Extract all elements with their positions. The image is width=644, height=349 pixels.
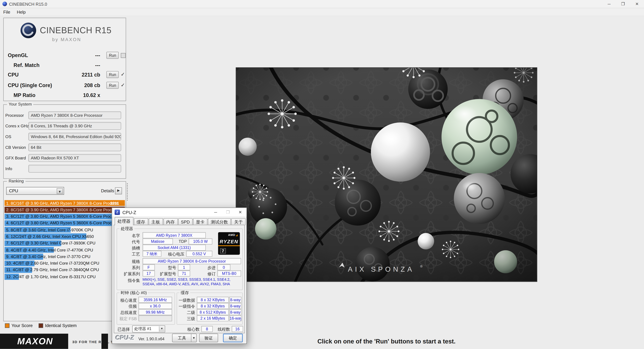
system-field-value (28, 165, 121, 173)
benchmark-row-cpu: CPU 2211 cb Run ✓ (4, 71, 126, 79)
maximize-button[interactable]: ❐ (616, 0, 630, 8)
ranking-row[interactable]: 2. 8C/16T @ 3.90 GHz, AMD Ryzen 7 3800X … (4, 206, 125, 213)
ranking-row-text: 1. 8C/16T @ 3.90 GHz, AMD Ryzen 7 3800X … (6, 201, 118, 205)
panel-splitter[interactable] (127, 183, 128, 200)
ranking-row[interactable]: 3. 6C/12T @ 3.80 GHz, AMD Ryzen 5 3600X … (4, 213, 125, 220)
benchmark-row-opengl: OpenGL --- Run (4, 52, 126, 59)
tab-关于[interactable]: 关于 (231, 218, 246, 225)
ranking-row[interactable]: 12. 2C/4T @ 1.70 GHz, Intel Core i5-3317… (4, 273, 125, 280)
tab-主板[interactable]: 主板 (148, 218, 163, 225)
legend-label: Your Score (12, 323, 33, 328)
cpuz-title-bar: Z CPU-Z ─ ❐ ✕ (112, 208, 246, 217)
ranking-legend: Your ScoreIdentical System (5, 323, 82, 328)
footer-accent-block (102, 334, 108, 349)
stepping-label: 步进 (191, 265, 216, 271)
minimize-button[interactable]: ─ (602, 0, 616, 8)
window-title: CINEBENCH R15.0 (9, 2, 47, 6)
tools-button-label: 工具 (178, 335, 186, 341)
mp-ratio-label: MP Ratio (14, 93, 36, 98)
tab-测试分数[interactable]: 测试分数 (208, 218, 231, 225)
menu-bar: FileHelp (0, 8, 644, 16)
model-field: 1 (178, 264, 190, 270)
processor-select-value: 处理器 #1 (134, 326, 152, 331)
name-label: 名字 (117, 233, 140, 239)
family-field: F (142, 264, 155, 270)
opengl-checkbox[interactable] (121, 53, 126, 58)
cpuz-close-button[interactable]: ✕ (234, 208, 246, 216)
tab-缓存[interactable]: 缓存 (134, 218, 148, 225)
tab-显卡[interactable]: 显卡 (193, 218, 208, 225)
ranking-row-text: 7. 6C/12T @ 3.30 GHz, Intel Core i7-3930… (6, 241, 96, 245)
cpu-value: 2211 cb (82, 72, 100, 78)
cpu-single-run-button[interactable]: Run (106, 82, 118, 89)
family-label: 系列 (117, 265, 140, 271)
processor-select[interactable]: 处理器 #1 ▼ (132, 325, 165, 332)
stepping-field: 0 (217, 264, 230, 270)
details-button[interactable]: ▶ (115, 187, 122, 194)
extfamily-field: 17 (142, 270, 155, 276)
clock-row-field (138, 315, 172, 321)
validate-button[interactable]: 验证 (199, 334, 218, 342)
system-row: CB Version64 Bit (4, 143, 125, 153)
ranking-row-text: 5. 8C/8T @ 3.60 GHz, Intel Core i7-9700K… (6, 227, 93, 232)
system-field-label: GFX Board (5, 156, 26, 160)
menu-file[interactable]: File (0, 10, 14, 14)
your-system-title: Your System (7, 102, 34, 106)
legend-item: Identical System (38, 323, 77, 328)
ranking-row[interactable]: 6. 12C/24T @ 2.66 GHz, Intel Xeon CPU X5… (4, 233, 125, 240)
ranking-row[interactable]: 8. 4C/8T @ 4.40 GHz, Intel Core i7-4770K… (4, 247, 125, 253)
system-row: OSWindows 8, 64 Bit, Professional Editio… (4, 132, 125, 143)
legend-item: Your Score (5, 323, 32, 328)
system-field-value: 64 Bit (28, 143, 121, 151)
opengl-label: OpenGL (8, 53, 28, 58)
clocks-group: 时钟 (核心 #0) 核心速度3599.16 MHz倍频x 36.0总线速度99… (117, 293, 175, 325)
cpu-run-button[interactable]: Run (106, 71, 118, 78)
cpu-label: CPU (8, 72, 19, 78)
legend-label: Identical System (45, 323, 77, 328)
revision-label: 修订 (191, 271, 216, 277)
opengl-run-button[interactable]: Run (106, 52, 118, 59)
cache-group-title: 缓存 (180, 290, 190, 296)
system-row: Info (4, 164, 125, 175)
status-message: Click on one of the 'Run' buttons to sta… (236, 338, 537, 345)
ranking-row[interactable]: 4. 6C/12T @ 3.80 GHz, AMD Ryzen 5 3600X … (4, 220, 125, 226)
ranking-list: 1. 8C/16T @ 3.90 GHz, AMD Ryzen 7 3800X … (4, 200, 125, 280)
ranking-row[interactable]: 9. 4C/8T @ 3.40 GHz, Intel Core i7-3770 … (4, 253, 125, 260)
ranking-row[interactable]: 10. 4C/8T @ 2.60 GHz, Intel Core i7-3720… (4, 260, 125, 267)
opengl-value: --- (95, 53, 100, 58)
amd-brand-text: AMD (228, 233, 238, 236)
tab-SPD[interactable]: SPD (178, 218, 193, 225)
tab-内存[interactable]: 内存 (163, 218, 178, 225)
cache-row-label: 一级指令 (177, 304, 195, 309)
system-field-value: AMD Radeon RX 5700 XT (28, 154, 121, 162)
tab-处理器[interactable]: 处理器 (114, 217, 133, 225)
tools-button[interactable]: 工具 ▼ (172, 334, 197, 342)
mp-ratio-value: 10.62 x (83, 93, 100, 98)
tdp-label: TDP (174, 239, 187, 244)
clock-row-label: 倍频 (117, 304, 137, 309)
cpuz-minimize-button[interactable]: ─ (210, 208, 222, 216)
legend-swatch (5, 323, 10, 328)
ranking-row[interactable]: 5. 8C/8T @ 3.60 GHz, Intel Core i7-9700K… (4, 226, 125, 233)
processor-group: 处理器 名字 AMD Ryzen 7 3800X AMD RYZEN 7 代号 … (117, 228, 243, 290)
benchmark-row-cpu-single: CPU (Single Core) 208 cb Run ✓ (4, 82, 126, 89)
cache-row-ways-field: 8-way (229, 297, 242, 303)
ranking-row[interactable]: 7. 6C/12T @ 3.30 GHz, Intel Core i7-3930… (4, 240, 125, 247)
cpu-single-label: CPU (Single Core) (8, 83, 52, 88)
render-viewport: AIX SPONZA ® (236, 68, 537, 281)
codename-label: 代号 (117, 239, 140, 245)
ranking-row[interactable]: 1. 8C/16T @ 3.90 GHz, AMD Ryzen 7 3800X … (4, 200, 125, 206)
chevron-down-icon[interactable]: ▼ (191, 334, 196, 342)
menu-help[interactable]: Help (14, 10, 29, 14)
cache-row-ways-field: 16-way (229, 315, 242, 321)
cpuz-tab-bar: 处理器缓存主板内存SPD显卡测试分数关于 (114, 217, 246, 225)
ranking-row[interactable]: 11. 4C/8T @ 2.79 GHz, Intel Core i7-3840… (4, 267, 125, 273)
ryzen-number-text: 7 (220, 248, 226, 253)
cache-row-size-field: 8 x 512 KBytes (197, 309, 229, 315)
ranking-filter-select[interactable]: CPU ▼ (6, 187, 64, 195)
clock-row-field: 99.98 MHz (138, 309, 172, 315)
close-button[interactable]: ✕ (630, 0, 644, 8)
cores-label: 核心数 (183, 327, 200, 332)
ok-button[interactable]: 确定 (223, 334, 243, 342)
ranking-row-text: 4. 6C/12T @ 3.80 GHz, AMD Ryzen 5 3600X … (6, 221, 118, 225)
